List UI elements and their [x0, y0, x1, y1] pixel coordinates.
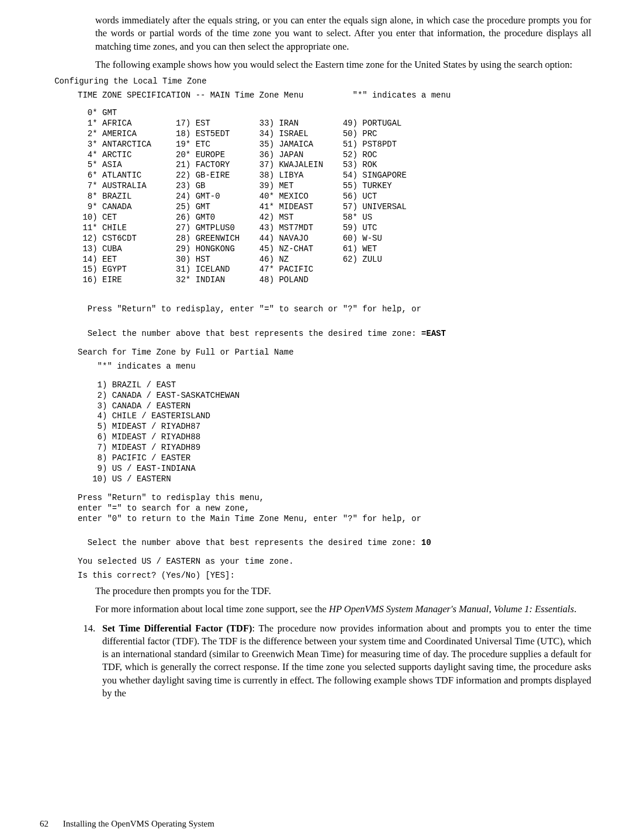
- search-header: Search for Time Zone by Full or Partial …: [78, 348, 591, 358]
- page-number: 62: [40, 818, 61, 829]
- proc-tdf: The procedure then prompts you for the T…: [95, 585, 591, 598]
- tz-table: 0* GMT 1* AFRICA 17) EST 33) IRAN 49) PO…: [78, 108, 591, 286]
- footer-title: Installing the OpenVMS Operating System: [63, 819, 214, 828]
- step-number: 14.: [78, 622, 95, 635]
- more-info: For more information about local time zo…: [95, 603, 591, 616]
- configure-line: Configuring the Local Time Zone: [40, 77, 591, 87]
- confirm-2: Is this correct? (Yes/No) [YES]:: [78, 571, 591, 581]
- press-return-1b: Select the number above that best repres…: [88, 329, 421, 338]
- press-return-1a: Press "Return" to redisplay, enter "=" t…: [88, 304, 421, 314]
- user-input-10: 10: [421, 538, 431, 547]
- page-footer: 62 Installing the OpenVMS Operating Syst…: [40, 818, 214, 829]
- intro-paragraph-2: The following example shows how you woul…: [95, 58, 591, 71]
- star-note: "*" indicates a menu: [78, 362, 591, 372]
- step-14: Set Time Differential Factor (TDF): The …: [102, 622, 591, 700]
- search-list: 1) BRAZIL / EAST 2) CANADA / EAST-SASKAT…: [78, 380, 591, 485]
- press-block-2: Press "Return" to redisplay this menu, e…: [78, 493, 591, 525]
- press-block-2-last: Select the number above that best repres…: [88, 538, 421, 547]
- tz-header: TIME ZONE SPECIFICATION -- MAIN Time Zon…: [78, 91, 591, 101]
- intro-paragraph-1: words immediately after the equals strin…: [95, 14, 591, 53]
- user-input-east: =EAST: [421, 329, 446, 338]
- confirm-1: You selected US / EASTERN as your time z…: [78, 557, 591, 567]
